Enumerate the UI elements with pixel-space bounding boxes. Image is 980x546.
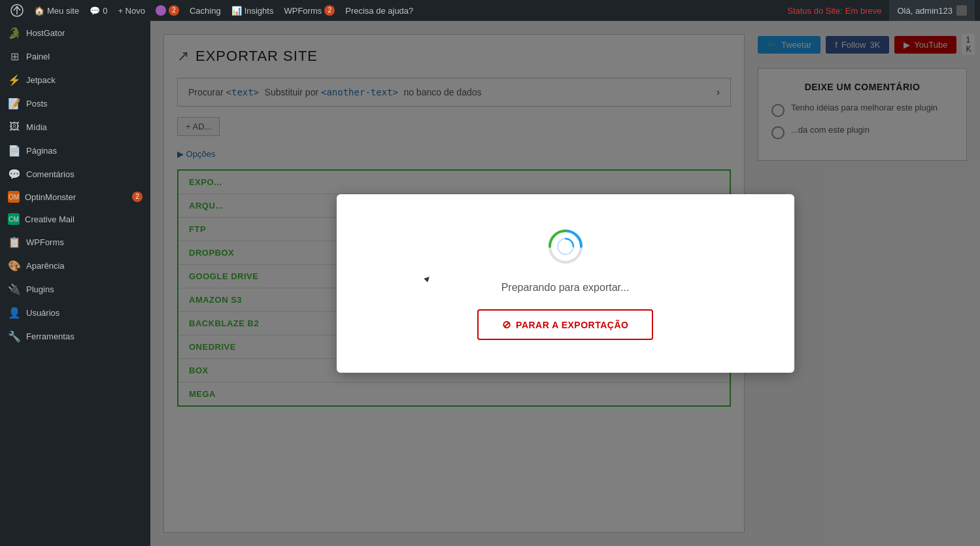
sidebar-item-usuarios[interactable]: 👤 Usuários: [0, 301, 150, 324]
modal-overlay: Preparando para exportar... ⊘ PARAR A EX…: [150, 21, 980, 546]
main-layout: 🐊 HostGator ⊞ Painel ⚡ Jetpack 📝 Posts 🖼…: [0, 21, 980, 546]
status-value: Em breve: [845, 6, 882, 16]
new-label: + Novo: [118, 6, 145, 16]
optinmonster-badge: 2: [132, 192, 143, 202]
sidebar-item-label: Páginas: [26, 146, 57, 156]
tools-icon: 🔧: [8, 330, 21, 343]
sidebar-item-label: Comentários: [26, 169, 75, 179]
sidebar-item-label: Creative Mail: [25, 214, 75, 224]
site-status: Status do Site: Em breve: [777, 0, 889, 21]
hostgator-icon: 🐊: [8, 26, 21, 39]
stop-label: PARAR A EXPORTAÇÃO: [516, 320, 628, 330]
stop-icon: ⊘: [502, 318, 511, 331]
sidebar-item-optinmonster[interactable]: OM OptinMonster 2: [0, 186, 150, 208]
modal-loading-text: Preparando para exportar...: [501, 282, 630, 294]
export-modal: Preparando para exportar... ⊘ PARAR A EX…: [337, 194, 794, 373]
main-content: ↗ EXPORTAR SITE Procurar <text> Substitu…: [150, 21, 980, 546]
comments-icon: 💬: [8, 167, 21, 180]
sidebar-item-ferramentas[interactable]: 🔧 Ferramentas: [0, 324, 150, 348]
comments-item[interactable]: 💬 0: [84, 0, 112, 21]
howdy-text: Olá, admin123: [897, 6, 953, 16]
sidebar-item-label: WPForms: [26, 237, 64, 247]
pages-icon: 📄: [8, 144, 21, 157]
jetpack-icon: ⚡: [8, 73, 21, 86]
caching-label: Caching: [190, 6, 221, 16]
insights-label: Insights: [245, 6, 274, 16]
help-item[interactable]: Precisa de ajuda?: [340, 0, 418, 21]
comment-icon: 💬: [90, 6, 100, 16]
home-icon: 🏠: [34, 6, 44, 16]
sidebar-item-hostgator[interactable]: 🐊 HostGator: [0, 21, 150, 44]
wpforms-sidebar-icon: 📋: [8, 235, 21, 248]
caching-item[interactable]: Caching: [184, 0, 226, 21]
media-icon: 🖼: [8, 120, 21, 133]
sidebar-item-creativemail[interactable]: CM Creative Mail: [0, 208, 150, 230]
new-item[interactable]: + Novo: [112, 0, 150, 21]
spinner-svg: [546, 227, 585, 266]
users-icon: 👤: [8, 306, 21, 319]
admin-bar: 🏠 Meu site 💬 0 + Novo 2 Caching 📊 Insigh…: [0, 0, 980, 21]
sidebar: 🐊 HostGator ⊞ Painel ⚡ Jetpack 📝 Posts 🖼…: [0, 21, 150, 546]
posts-icon: 📝: [8, 97, 21, 110]
howdy-item[interactable]: Olá, admin123: [889, 0, 975, 21]
chart-icon: 📊: [231, 6, 242, 16]
comments-count: 0: [103, 6, 107, 16]
loading-icon: [546, 227, 585, 266]
sidebar-item-label: Plugins: [26, 284, 54, 294]
sidebar-item-label: Aparência: [26, 261, 65, 271]
sidebar-item-label: Painel: [26, 52, 50, 61]
appearance-icon: 🎨: [8, 259, 21, 272]
sidebar-item-label: Posts: [26, 99, 48, 109]
insights-item[interactable]: 📊 Insights: [226, 0, 279, 21]
sidebar-item-posts[interactable]: 📝 Posts: [0, 92, 150, 115]
sidebar-item-label: Ferramentas: [26, 332, 75, 341]
wpforms-badge: 2: [324, 5, 335, 16]
sidebar-item-painel[interactable]: ⊞ Painel: [0, 44, 150, 68]
sidebar-item-midia[interactable]: 🖼 Mídia: [0, 115, 150, 139]
creativemail-icon: CM: [8, 213, 20, 225]
yoast-item[interactable]: 2: [150, 0, 184, 21]
sidebar-item-label: HostGator: [26, 28, 65, 38]
yoast-icon: [156, 5, 166, 16]
sidebar-item-jetpack[interactable]: ⚡ Jetpack: [0, 68, 150, 92]
sidebar-item-comentarios[interactable]: 💬 Comentários: [0, 162, 150, 186]
wpforms-item[interactable]: WPForms 2: [279, 0, 340, 21]
my-site-label: Meu site: [47, 6, 79, 16]
stop-export-button[interactable]: ⊘ PARAR A EXPORTAÇÃO: [477, 309, 654, 340]
optinmonster-icon: OM: [8, 191, 20, 203]
help-label: Precisa de ajuda?: [345, 6, 413, 16]
sidebar-item-label: Jetpack: [26, 75, 56, 85]
wp-logo-item[interactable]: [5, 0, 29, 21]
dashboard-icon: ⊞: [8, 50, 21, 63]
sidebar-item-paginas[interactable]: 📄 Páginas: [0, 139, 150, 162]
avatar: [956, 5, 967, 16]
sidebar-item-aparencia[interactable]: 🎨 Aparência: [0, 254, 150, 277]
plugins-icon: 🔌: [8, 282, 21, 296]
sidebar-item-label: Usuários: [26, 308, 59, 318]
sidebar-item-label: Mídia: [26, 122, 47, 132]
sidebar-item-label: OptinMonster: [25, 192, 76, 202]
admin-bar-right: Status do Site: Em breve Olá, admin123: [777, 0, 975, 21]
wpforms-label: WPForms: [284, 6, 322, 16]
sidebar-item-wpforms[interactable]: 📋 WPForms: [0, 230, 150, 254]
status-label: Status do Site:: [787, 6, 843, 16]
sidebar-item-plugins[interactable]: 🔌 Plugins: [0, 277, 150, 301]
my-site-item[interactable]: 🏠 Meu site: [29, 0, 84, 21]
yoast-badge: 2: [169, 5, 179, 16]
